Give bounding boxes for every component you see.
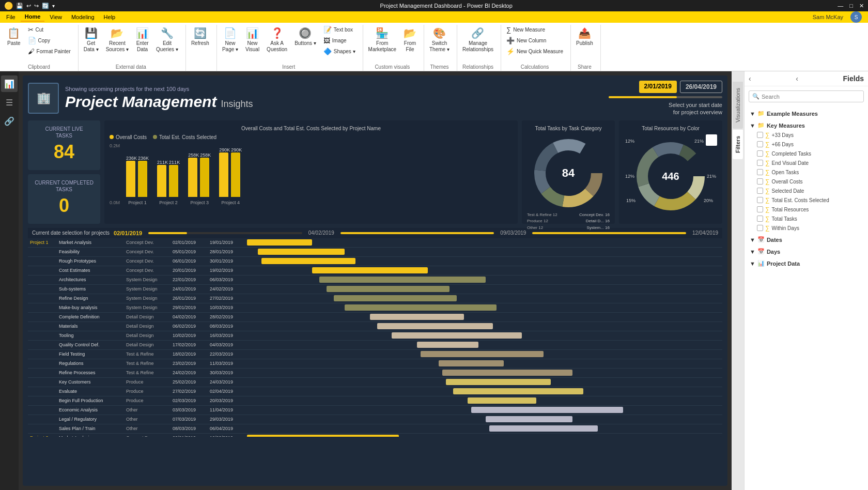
checkbox-overall-costs[interactable] bbox=[757, 178, 763, 185]
new-visual-button[interactable]: 📊 NewVisual bbox=[242, 25, 262, 55]
gantt-row: Sales Plan / Train Other 08/03/2019 06/0… bbox=[28, 424, 722, 434]
ask-question-button[interactable]: ❓ Ask AQuestion bbox=[264, 25, 290, 55]
dashboard-title-section: Showing upcoming projects for the next 1… bbox=[65, 86, 609, 111]
maximize-btn[interactable]: □ bbox=[849, 3, 853, 9]
gantt-bar-area bbox=[247, 332, 722, 339]
format-painter-button[interactable]: 🖌 Format Painter bbox=[25, 47, 74, 56]
tab-filters[interactable]: Filters bbox=[733, 130, 743, 159]
new-measure-button[interactable]: ∑ New Measure bbox=[503, 25, 548, 35]
gantt-bar-area bbox=[247, 388, 722, 395]
date-badge-end[interactable]: 26/04/2019 bbox=[680, 81, 722, 93]
new-quick-measure-button[interactable]: ⚡ New Quick Measure bbox=[503, 47, 566, 56]
refresh-label: Refresh bbox=[191, 40, 209, 47]
checkbox-completed-tasks[interactable] bbox=[757, 150, 763, 157]
gantt-bar bbox=[468, 397, 536, 404]
field-total-tasks[interactable]: ∑ Total Tasks bbox=[749, 214, 864, 223]
gantt-bar-area bbox=[247, 267, 722, 274]
checkbox-total-tasks[interactable] bbox=[757, 216, 763, 222]
minimize-btn[interactable]: — bbox=[838, 3, 843, 9]
quick-save[interactable]: 💾 bbox=[16, 3, 23, 9]
buttons-button[interactable]: 🔘 Buttons ▾ bbox=[291, 25, 319, 49]
gantt-row: Key Customers Produce 25/02/2019 24/03/2… bbox=[28, 378, 722, 387]
panel-back-arrow2[interactable]: ‹ bbox=[796, 74, 798, 83]
paste-button[interactable]: 📋 Paste bbox=[4, 25, 24, 49]
gantt-row: Begin Full Production Produce 02/03/2019… bbox=[28, 396, 722, 406]
panel-back-arrow[interactable]: ‹ bbox=[749, 74, 751, 83]
dashboard-header: 🏢 Showing upcoming projects for the next… bbox=[28, 81, 722, 116]
sidebar-data-icon[interactable]: ☰ bbox=[1, 94, 18, 111]
copy-button[interactable]: 📄 Copy bbox=[25, 36, 74, 45]
sidebar-model-icon[interactable]: 🔗 bbox=[1, 113, 18, 129]
gantt-task: Market Analysis bbox=[59, 435, 126, 437]
get-data-button[interactable]: 💾 GetData ▾ bbox=[81, 25, 102, 55]
field-within-days[interactable]: ∑ Within Days bbox=[749, 223, 864, 233]
checkbox-end-visual[interactable] bbox=[757, 160, 763, 166]
gantt-row: Evaluate Produce 27/02/2019 02/04/2019 bbox=[28, 387, 722, 396]
checkbox-selected-date[interactable] bbox=[757, 188, 763, 194]
section-dates-header[interactable]: ▼ 📅 Dates bbox=[749, 235, 864, 244]
checkbox-total-est-costs[interactable] bbox=[757, 197, 763, 203]
checkbox-total-resources[interactable] bbox=[757, 206, 763, 212]
section-days-header[interactable]: ▼ 📅 Days bbox=[749, 247, 864, 256]
sidebar-reports-icon[interactable]: 📊 bbox=[1, 75, 18, 92]
section-key-header[interactable]: ▼ 📁 Key Measures bbox=[749, 120, 864, 130]
user-name: Sam McKay bbox=[809, 13, 847, 21]
menu-help[interactable]: Help bbox=[100, 13, 120, 21]
date-badge-start[interactable]: 2/01/2019 bbox=[639, 81, 677, 93]
field-total-resources[interactable]: ∑ Total Resources bbox=[749, 205, 864, 214]
manage-relationships-button[interactable]: 🔗 ManageRelationships bbox=[459, 25, 497, 55]
from-file-button[interactable]: 📂 FromFile bbox=[400, 25, 420, 55]
field-66days[interactable]: ∑ +66 Days bbox=[749, 140, 864, 149]
gantt-bar-area bbox=[247, 350, 722, 358]
quick-refresh[interactable]: 🔄 bbox=[42, 3, 49, 9]
section-project-data-header[interactable]: ▼ 📊 Project Data bbox=[749, 258, 864, 268]
shapes-button[interactable]: 🔷 Shapes ▾ bbox=[320, 47, 359, 56]
menu-home[interactable]: Home bbox=[21, 12, 45, 22]
switch-theme-button[interactable]: 🎨 SwitchTheme ▾ bbox=[426, 25, 453, 55]
field-selected-date[interactable]: ∑ Selected Date bbox=[749, 186, 864, 195]
field-completed-tasks[interactable]: ∑ Completed Tasks bbox=[749, 149, 864, 158]
publish-button[interactable]: 📤 Publish bbox=[573, 25, 596, 49]
text-box-label: Text box bbox=[334, 27, 353, 33]
recent-sources-button[interactable]: 📂 RecentSources ▾ bbox=[103, 25, 132, 55]
date-range-slider[interactable] bbox=[609, 96, 722, 98]
bar-chart-section: Overall Costs and Total Est. Costs Selec… bbox=[104, 120, 518, 224]
checkbox-open-tasks[interactable] bbox=[757, 169, 763, 175]
enter-data-button[interactable]: 📊 EnterData bbox=[133, 25, 152, 55]
refresh-button[interactable]: 🔄 Refresh bbox=[188, 25, 212, 49]
custom-visuals-label: Custom visuals bbox=[365, 64, 420, 71]
checkbox-33days[interactable] bbox=[757, 132, 763, 138]
new-page-button[interactable]: 📄 NewPage ▾ bbox=[219, 25, 241, 55]
quick-undo[interactable]: ↩ bbox=[26, 3, 31, 9]
section-example-header[interactable]: ▼ 📁 Example Measures bbox=[749, 109, 864, 118]
search-input[interactable] bbox=[762, 94, 860, 100]
checkbox-66days[interactable] bbox=[757, 141, 763, 147]
menu-modeling[interactable]: Modeling bbox=[67, 13, 99, 21]
gantt-task: Tooling bbox=[59, 333, 126, 338]
quick-redo[interactable]: ↪ bbox=[34, 3, 39, 9]
checkbox-within-days[interactable] bbox=[757, 225, 763, 231]
measure-icon-completed: ∑ bbox=[765, 150, 770, 157]
field-open-tasks[interactable]: ∑ Open Tasks bbox=[749, 167, 864, 177]
quick-dropdown[interactable]: ▾ bbox=[52, 3, 55, 9]
gantt-task: Economic Analysis bbox=[59, 407, 126, 412]
image-button[interactable]: 🖼 Image bbox=[320, 36, 359, 45]
from-marketplace-label: FromMarketplace bbox=[368, 40, 396, 53]
new-column-button[interactable]: ➕ New Column bbox=[503, 36, 549, 45]
field-33days[interactable]: ∑ +33 Days bbox=[749, 130, 864, 140]
from-marketplace-button[interactable]: 🏪 FromMarketplace bbox=[365, 25, 399, 55]
tab-visualizations[interactable]: Visualizations bbox=[733, 82, 743, 129]
cut-button[interactable]: ✂ Cut bbox=[25, 25, 74, 35]
search-icon: 🔍 bbox=[752, 93, 760, 100]
menu-file[interactable]: File bbox=[2, 13, 20, 21]
search-box[interactable]: 🔍 bbox=[749, 90, 864, 102]
external-data-label: External data bbox=[81, 64, 181, 71]
close-btn[interactable]: ✕ bbox=[859, 3, 864, 9]
field-total-est-costs[interactable]: ∑ Total Est. Costs Selected bbox=[749, 195, 864, 205]
calculations-label: Calculations bbox=[503, 64, 566, 71]
field-overall-costs[interactable]: ∑ Overall Costs bbox=[749, 177, 864, 186]
edit-queries-button[interactable]: 🔧 EditQueries ▾ bbox=[153, 25, 181, 55]
text-box-button[interactable]: 📝 Text box bbox=[320, 25, 359, 35]
field-end-visual-date[interactable]: ∑ End Visual Date bbox=[749, 158, 864, 167]
menu-view[interactable]: View bbox=[45, 13, 66, 21]
